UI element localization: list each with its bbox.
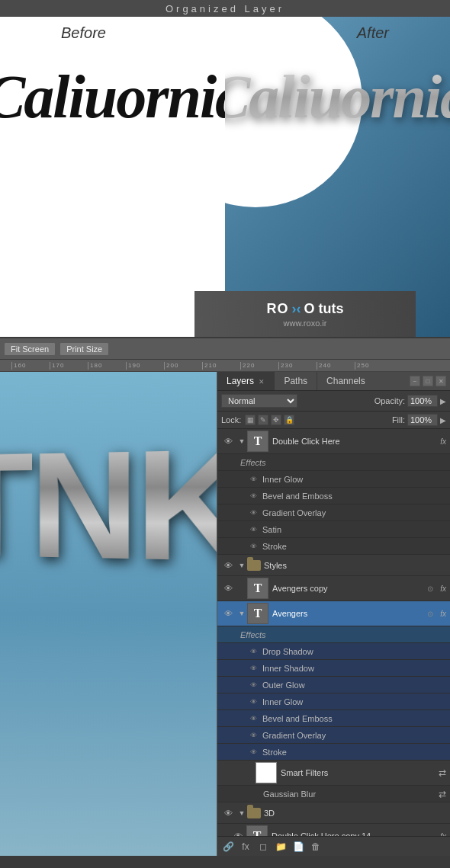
roxo-line1: RO ›‹ O tuts — [267, 301, 344, 317]
eye-icon-stroke-2[interactable]: 👁 — [248, 747, 259, 757]
layer-thumb-copy-14: T — [246, 825, 268, 836]
effect-bevel-emboss-1[interactable]: 👁 Bevel and Emboss — [217, 488, 450, 504]
effect-gradient-overlay-2[interactable]: 👁 Gradient Overlay — [217, 727, 450, 744]
effect-gaussian-blur[interactable]: Gaussian Blur ⇄ — [217, 786, 450, 802]
effect-inner-glow-2[interactable]: 👁 Inner Glow — [217, 693, 450, 710]
eye-icon-satin-1[interactable]: 👁 — [248, 524, 259, 535]
layer-avengers[interactable]: 👁 ▼ T Avengers ⊙ fx — [217, 601, 450, 626]
roxo-arrows: ›‹ — [292, 301, 301, 317]
close-panel-button[interactable]: ✕ — [436, 376, 446, 386]
expand-arrow-avengers[interactable]: ▼ — [236, 608, 247, 619]
add-mask-icon[interactable]: ◻ — [256, 840, 270, 854]
effect-name-inner-glow-2: Inner Glow — [262, 697, 303, 706]
effect-satin-1[interactable]: 👁 Satin — [217, 521, 450, 538]
eye-icon-gradient-1[interactable]: 👁 — [248, 508, 259, 518]
eye-icon-styles[interactable]: 👁 — [221, 559, 235, 572]
eye-icon-bevel-2[interactable]: 👁 — [248, 713, 259, 724]
ruler: 160 170 180 190 200 210 220 230 240 250 — [0, 360, 450, 372]
minimize-button[interactable]: − — [410, 376, 420, 386]
effect-name-bevel-1: Bevel and Emboss — [262, 492, 333, 501]
eye-icon-drop-shadow[interactable]: 👁 — [248, 646, 259, 657]
expand-arrow-styles[interactable]: ▼ — [236, 560, 247, 571]
effect-bevel-emboss-2[interactable]: 👁 Bevel and Emboss — [217, 710, 450, 727]
layer-styles-folder[interactable]: 👁 ▼ Styles — [217, 555, 450, 576]
link-icon-avengers-copy: ⊙ — [425, 583, 436, 594]
fill-label: Fill: — [392, 415, 405, 424]
eye-icon-gradient-2[interactable]: 👁 — [248, 730, 259, 741]
eye-icon-avengers-copy[interactable]: 👁 — [221, 581, 235, 595]
smart-filters-layer[interactable]: Smart Filters ⇄ — [217, 761, 450, 786]
expand-arrow-double-click[interactable]: ▼ — [236, 436, 247, 447]
blend-mode-select[interactable]: Normal — [221, 394, 297, 408]
lock-transparent-icon[interactable]: ▦ — [245, 415, 256, 425]
chrome-text: TNK — [0, 412, 217, 598]
eye-icon-bevel-1[interactable]: 👁 — [248, 491, 259, 501]
layer-copy-14[interactable]: 👁 T Double Click Here copy 14 fx — [217, 824, 450, 836]
tab-layers[interactable]: Layers ✕ — [217, 372, 275, 390]
eye-icon-stroke-1[interactable]: 👁 — [248, 541, 259, 552]
fx-badge-avengers: fx — [440, 610, 446, 618]
california-text-before: Caliuornia — [0, 62, 225, 132]
tab-layers-close[interactable]: ✕ — [259, 378, 265, 386]
effect-stroke-1[interactable]: 👁 Stroke — [217, 538, 450, 555]
layer-avengers-copy[interactable]: 👁 T Avengers copy ⊙ fx — [217, 576, 450, 601]
effects-header-2: Effects — [217, 626, 450, 643]
layer-double-click-here[interactable]: 👁 ▼ T Double Click Here fx — [217, 429, 450, 454]
banner-title: Organized Layer — [166, 3, 284, 14]
layer-thumb-smart — [256, 762, 277, 783]
fill-input[interactable] — [407, 414, 438, 426]
ruler-mark: 250 — [355, 362, 393, 370]
eye-icon-copy-14[interactable]: 👁 — [231, 829, 245, 836]
layers-list[interactable]: 👁 ▼ T Double Click Here fx Effects 👁 Inn… — [217, 429, 450, 836]
effect-gradient-overlay-1[interactable]: 👁 Gradient Overlay — [217, 504, 450, 521]
add-style-icon[interactable]: fx — [239, 840, 252, 854]
layer-3d-folder[interactable]: 👁 ▼ 3D — [217, 802, 450, 824]
delete-layer-icon[interactable]: 🗑 — [309, 840, 323, 854]
canvas-content: TNK — [0, 372, 217, 856]
panel-bottom-icons: 🔗 fx ◻ 📁 📄 🗑 — [221, 840, 323, 854]
before-side: Caliuornia — [0, 17, 225, 337]
effect-inner-shadow[interactable]: 👁 Inner Shadow — [217, 660, 450, 677]
eye-icon-inner-shadow[interactable]: 👁 — [248, 663, 259, 674]
eye-icon-double-click[interactable]: 👁 — [221, 434, 235, 448]
effect-drop-shadow[interactable]: 👁 Drop Shadow — [217, 643, 450, 660]
lock-row: Lock: ▦ ✎ ✥ 🔒 Fill: ▶ — [217, 412, 450, 429]
ruler-mark: 170 — [50, 362, 88, 370]
panel-tabs: Layers ✕ Paths Channels − □ ✕ — [217, 372, 450, 391]
layer-name-avengers: Avengers — [272, 609, 425, 618]
eye-icon-outer-glow[interactable]: 👁 — [248, 680, 259, 690]
lock-all-icon[interactable]: 🔒 — [284, 415, 294, 425]
effect-inner-glow-1[interactable]: 👁 Inner Glow — [217, 471, 450, 488]
eye-icon-inner-glow-1[interactable]: 👁 — [248, 474, 259, 485]
ps-interface: Fit Screen Print Size 160 170 180 190 20… — [0, 338, 450, 868]
ruler-mark: 190 — [126, 362, 164, 370]
new-layer-icon[interactable]: 📄 — [291, 840, 305, 854]
effect-name-gaussian-blur: Gaussian Blur — [263, 790, 316, 799]
effects-header-1: Effects — [217, 454, 450, 471]
tab-paths[interactable]: Paths — [275, 372, 317, 390]
effect-outer-glow[interactable]: 👁 Outer Glow — [217, 677, 450, 693]
after-side: Caliuornia — [225, 17, 450, 337]
panel-window-controls: − □ ✕ — [410, 376, 450, 386]
expand-arrow-3d[interactable]: ▼ — [236, 808, 247, 818]
link-icon-avengers: ⊙ — [425, 608, 436, 619]
lock-icons: ▦ ✎ ✥ 🔒 — [245, 415, 294, 425]
eye-icon-inner-glow-2[interactable]: 👁 — [248, 697, 259, 707]
eye-icon-avengers[interactable]: 👁 — [221, 607, 235, 620]
layer-name-3d: 3D — [264, 809, 446, 818]
eye-icon-3d[interactable]: 👁 — [221, 806, 235, 820]
opacity-row: Opacity: ▶ — [374, 395, 446, 407]
tab-channels[interactable]: Channels — [317, 372, 374, 390]
ps-main: TNK Layers ✕ Paths Channels — [0, 372, 450, 856]
effect-name-satin-1: Satin — [262, 525, 281, 534]
opacity-input[interactable] — [407, 395, 438, 407]
maximize-button[interactable]: □ — [423, 376, 433, 386]
new-group-icon[interactable]: 📁 — [274, 840, 288, 854]
layer-name-copy-14: Double Click Here copy 14 — [272, 831, 437, 836]
lock-paint-icon[interactable]: ✎ — [258, 415, 268, 425]
lock-move-icon[interactable]: ✥ — [271, 415, 281, 425]
link-layers-icon[interactable]: 🔗 — [221, 840, 235, 854]
fit-screen-button[interactable]: Fit Screen — [4, 342, 56, 356]
effect-stroke-2[interactable]: 👁 Stroke — [217, 744, 450, 761]
print-size-button[interactable]: Print Size — [59, 342, 109, 356]
